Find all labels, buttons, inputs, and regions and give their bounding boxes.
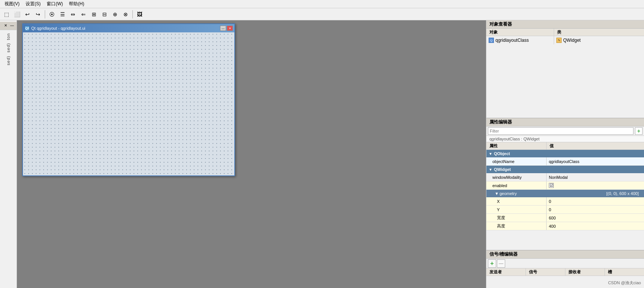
obj-cell-name: Q qgridlayoutClass bbox=[486, 36, 554, 44]
form-canvas[interactable] bbox=[23, 32, 234, 175]
prop-row-width[interactable]: 宽度 600 bbox=[486, 214, 644, 222]
menu-help[interactable]: 帮助(H) bbox=[66, 0, 87, 8]
prop-val-enabled: ☑ bbox=[547, 181, 644, 189]
prop-row-x[interactable]: X 0 bbox=[486, 197, 644, 206]
menu-view[interactable]: 视图(V) bbox=[2, 0, 23, 8]
left-panel-header: ✕ — bbox=[0, 22, 17, 30]
form-icon: Qt bbox=[24, 26, 30, 31]
toolbar-sep-1 bbox=[45, 10, 45, 18]
right-panel: 对象查看器 对象 类 Q qgridlayoutClass ✎ QWidget bbox=[486, 20, 644, 288]
obj-col-obj-header: 对象 bbox=[486, 29, 554, 36]
menubar: 视图(V) 设置(S) 窗口(W) 帮助(H) bbox=[0, 0, 644, 8]
tool-align4[interactable]: ⇐ bbox=[79, 9, 88, 19]
prop-row-y[interactable]: Y 0 bbox=[486, 206, 644, 214]
signal-editor-header: 信号/槽编辑器 bbox=[486, 250, 644, 259]
prop-col-attr-header: 属性 bbox=[486, 142, 547, 149]
obj-edit-icon: ✎ bbox=[556, 38, 562, 43]
enabled-checkbox[interactable]: ☑ bbox=[549, 183, 554, 188]
watermark: CSDN @渔夫ciao bbox=[608, 280, 641, 286]
sidebar-text-1: ton bbox=[6, 33, 11, 40]
geometry-arrow-icon: ▼ bbox=[495, 191, 499, 196]
prop-filter-row: + bbox=[486, 126, 644, 136]
prop-attr-windowmodality: windowModality bbox=[486, 173, 547, 181]
tool-align3[interactable]: ⇔ bbox=[68, 9, 78, 19]
tool-grid1[interactable]: ⊞ bbox=[89, 9, 99, 19]
prop-val-y: 0 bbox=[547, 206, 644, 213]
canvas-area: Qt Qt qgridlayout - qgridlayout.ui — ✕ bbox=[17, 20, 486, 288]
form-minimize-button[interactable]: — bbox=[220, 26, 226, 31]
obj-cell-class: ✎ QWidget bbox=[554, 36, 644, 44]
main-layout: ✕ — ton sed) sed) Qt Qt qgridlayout - qg… bbox=[0, 20, 644, 288]
tool-grid4[interactable]: ⊗ bbox=[121, 9, 131, 19]
menu-settings[interactable]: 设置(S) bbox=[23, 0, 44, 8]
qwidget-arrow-icon: ▼ bbox=[489, 168, 492, 172]
prop-attr-y: Y bbox=[486, 206, 547, 213]
prop-val-windowmodality: NonModal bbox=[547, 173, 644, 181]
prop-row-height[interactable]: 高度 400 bbox=[486, 222, 644, 230]
prop-section-qwidget[interactable]: ▼ QWidget bbox=[486, 166, 644, 173]
obj-table: 对象 类 Q qgridlayoutClass ✎ QWidget bbox=[486, 29, 644, 118]
obj-class-label: QWidget bbox=[563, 38, 581, 43]
form-window: Qt Qt qgridlayout - qgridlayout.ui — ✕ bbox=[22, 23, 235, 176]
tool-2[interactable]: ⬜ bbox=[12, 9, 22, 19]
tool-undo[interactable]: ↩ bbox=[23, 9, 32, 19]
signal-table-header: 发送者 信号 接收者 槽 bbox=[486, 268, 644, 276]
form-titlebar: Qt Qt qgridlayout - qgridlayout.ui — ✕ bbox=[23, 24, 234, 32]
tool-align2[interactable]: ☰ bbox=[58, 9, 67, 19]
left-panel-close-icon[interactable]: ✕ bbox=[4, 23, 10, 29]
obj-inspector: 对象查看器 对象 类 Q qgridlayoutClass ✎ QWidget bbox=[486, 20, 644, 118]
prop-row-objectname[interactable]: objectName qgridlayoutClass bbox=[486, 157, 644, 166]
prop-attr-enabled: enabled bbox=[486, 181, 547, 189]
obj-col-class-header: 类 bbox=[554, 29, 644, 36]
qwidget-section-label: QWidget bbox=[494, 167, 511, 172]
sidebar-text-3: sed) bbox=[6, 56, 11, 65]
tool-preview[interactable]: 🖼 bbox=[135, 9, 144, 19]
form-close-button[interactable]: ✕ bbox=[227, 26, 233, 31]
obj-inspector-header: 对象查看器 bbox=[486, 20, 644, 29]
prop-row-enabled[interactable]: enabled ☑ bbox=[486, 181, 644, 190]
tool-grid2[interactable]: ⊟ bbox=[100, 9, 109, 19]
prop-val-height: 400 bbox=[547, 222, 644, 230]
signal-toolbar: + — bbox=[486, 259, 644, 268]
qobject-section-label: QObject bbox=[494, 151, 510, 156]
prop-editor-header: 属性编辑器 bbox=[486, 118, 644, 126]
prop-add-button[interactable]: + bbox=[635, 127, 642, 135]
obj-icon: Q bbox=[489, 38, 494, 43]
prop-row-windowmodality[interactable]: windowModality NonModal bbox=[486, 173, 644, 181]
signal-col-slot: 槽 bbox=[605, 268, 644, 276]
prop-section-qobject[interactable]: ▼ QObject bbox=[486, 150, 644, 157]
form-titlebar-left: Qt Qt qgridlayout - qgridlayout.ui bbox=[24, 26, 85, 31]
tool-align1[interactable]: ⦿ bbox=[47, 9, 57, 19]
tool-grid3[interactable]: ⊕ bbox=[110, 9, 120, 19]
left-panel-pin-icon[interactable]: — bbox=[10, 23, 16, 29]
prop-attr-width: 宽度 bbox=[486, 214, 547, 222]
prop-col-val-header: 值 bbox=[547, 142, 644, 149]
form-title: Qt qgridlayout - qgridlayout.ui bbox=[31, 26, 85, 30]
prop-val-x: 0 bbox=[547, 197, 644, 205]
qobject-arrow-icon: ▼ bbox=[489, 152, 492, 156]
prop-val-objectname: qgridlayoutClass bbox=[547, 157, 644, 165]
obj-table-header: 对象 类 bbox=[486, 29, 644, 36]
prop-attr-objectname: objectName bbox=[486, 157, 547, 165]
prop-attr-height: 高度 bbox=[486, 222, 547, 230]
signal-col-signal: 信号 bbox=[526, 268, 565, 276]
signal-remove-button[interactable]: — bbox=[497, 259, 505, 268]
signal-add-button[interactable]: + bbox=[488, 259, 496, 268]
geometry-section-label: geometry bbox=[500, 191, 517, 196]
sidebar-text-2: sed) bbox=[6, 43, 11, 52]
form-title-buttons: — ✕ bbox=[220, 26, 233, 31]
prop-class-label: qgridlayoutClass : QWidget bbox=[486, 136, 644, 142]
left-panel: ✕ — ton sed) sed) bbox=[0, 20, 17, 288]
prop-section-geometry[interactable]: ▼ geometry [(0, 0), 600 x 400] bbox=[486, 190, 644, 197]
prop-filter-input[interactable] bbox=[488, 127, 633, 135]
prop-val-width: 600 bbox=[547, 214, 644, 222]
prop-attr-x: X bbox=[486, 197, 547, 205]
tool-select[interactable]: ⬚ bbox=[2, 9, 11, 19]
tool-redo[interactable]: ↪ bbox=[33, 9, 43, 19]
obj-row-0[interactable]: Q qgridlayoutClass ✎ QWidget bbox=[486, 36, 644, 44]
menu-window[interactable]: 窗口(W) bbox=[44, 0, 66, 8]
signal-col-receiver: 接收者 bbox=[565, 268, 605, 276]
toolbar: ⬚ ⬜ ↩ ↪ ⦿ ☰ ⇔ ⇐ ⊞ ⊟ ⊕ ⊗ 🖼 bbox=[0, 8, 644, 20]
prop-table-header: 属性 值 bbox=[486, 142, 644, 150]
obj-name-label: qgridlayoutClass bbox=[495, 38, 529, 43]
